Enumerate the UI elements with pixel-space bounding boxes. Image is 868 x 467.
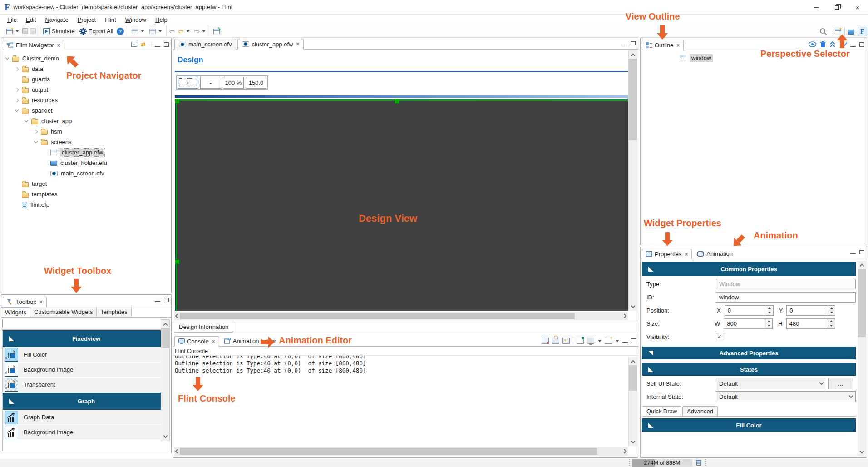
close-window-button[interactable]: × [847, 0, 868, 15]
new-wizard-dropdown[interactable] [15, 30, 19, 32]
zoom-in-button[interactable]: + [178, 77, 198, 89]
collapse-all-icon[interactable] [829, 41, 836, 47]
position-y-field[interactable]: 0 [786, 305, 828, 316]
back-history-icon[interactable]: ⇦ [169, 28, 175, 35]
menu-project[interactable]: Project [73, 15, 100, 24]
expander-open-icon[interactable] [15, 108, 19, 112]
section-states[interactable]: States [642, 363, 856, 376]
menu-navigate[interactable]: Navigate [40, 15, 73, 24]
widget-item[interactable]: Graph Data [3, 410, 170, 425]
editor-horizontal-scrollbar[interactable] [174, 312, 628, 320]
maximize-editor-icon[interactable] [631, 41, 636, 45]
scroll-down-icon[interactable] [161, 432, 169, 441]
export-all-button[interactable]: Export All [78, 27, 115, 35]
tree-item[interactable]: cluster_holder.efu [1, 158, 171, 168]
scrollbar-thumb[interactable] [161, 328, 169, 348]
zoom-level-value[interactable]: 150.0 [246, 77, 266, 89]
scroll-down-icon[interactable] [629, 438, 637, 446]
back-button[interactable]: ⇦ [177, 27, 191, 35]
menu-help[interactable]: Help [151, 15, 172, 24]
toolbox-scrollbar[interactable] [161, 319, 170, 441]
size-w-stepper[interactable] [765, 318, 773, 329]
expander-open-icon[interactable] [34, 139, 38, 143]
tree-item[interactable]: target [1, 179, 171, 189]
id-field[interactable]: window [716, 292, 856, 303]
close-tab-icon[interactable]: × [685, 251, 688, 258]
position-x-field[interactable]: 0 [725, 305, 766, 316]
close-tab-icon[interactable]: × [212, 338, 215, 345]
clear-console-icon[interactable] [542, 338, 549, 344]
view-menu-icon[interactable]: ⋮ [149, 44, 151, 45]
word-wrap-icon[interactable] [562, 338, 570, 344]
other-perspective-button[interactable] [848, 28, 855, 35]
editor-tab-main_screen.efv[interactable]: main_screen.efv [174, 39, 236, 50]
design-canvas[interactable] [175, 99, 628, 311]
maximize-view-icon[interactable] [859, 42, 864, 47]
selection-handle-topleft[interactable] [175, 99, 180, 104]
expander-closed-icon[interactable] [15, 98, 19, 102]
scroll-up-icon[interactable] [629, 50, 637, 59]
scrollbar-thumb[interactable] [858, 269, 866, 337]
tree-item[interactable]: templates [1, 189, 171, 199]
tree-item[interactable]: hsm [1, 126, 171, 137]
scroll-lock-icon[interactable] [552, 338, 559, 344]
menu-edit[interactable]: Edit [21, 15, 40, 24]
tab-advanced[interactable]: Advanced [682, 406, 718, 416]
display-console-icon[interactable] [587, 338, 594, 344]
run-garbage-collector-icon[interactable] [696, 459, 701, 466]
minimize-view-icon[interactable] [155, 298, 160, 302]
scroll-right-icon[interactable] [622, 314, 627, 318]
minimize-view-icon[interactable] [850, 42, 856, 47]
save-all-icon[interactable] [30, 28, 36, 34]
tree-item[interactable]: flint.efp [1, 199, 171, 210]
expander-open-icon[interactable] [25, 119, 28, 122]
console-vertical-scrollbar[interactable] [628, 357, 637, 446]
forward-button[interactable]: ⇨ [193, 27, 207, 35]
scroll-down-icon[interactable] [858, 448, 866, 456]
expander-closed-icon[interactable] [15, 88, 19, 91]
maximize-view-icon[interactable] [164, 298, 169, 302]
tree-item[interactable]: cluster_app.efw [1, 147, 171, 158]
widget-item[interactable]: yxTransparent [3, 378, 170, 392]
close-tab-icon[interactable]: × [296, 41, 299, 47]
widget-item[interactable]: yxBackground Image [3, 363, 170, 378]
toolbox-search-input[interactable] [2, 319, 169, 328]
expander-closed-icon[interactable] [15, 67, 19, 70]
size-h-field[interactable]: 480 [786, 318, 828, 329]
tree-item[interactable]: cluster_app [1, 116, 171, 126]
menu-window[interactable]: Window [121, 15, 151, 24]
self-ui-state-more-button[interactable]: ... [828, 378, 853, 389]
tree-item[interactable]: output [1, 84, 171, 95]
expander-open-icon[interactable] [5, 56, 9, 60]
properties-scrollbar[interactable] [858, 261, 866, 456]
pin-console-icon[interactable] [577, 338, 584, 344]
editor-vertical-scrollbar[interactable] [628, 50, 637, 311]
tab-animation[interactable]: Animation [693, 248, 736, 259]
show-hide-icon[interactable] [809, 41, 816, 47]
expander-closed-icon[interactable] [34, 129, 38, 133]
maximize-view-icon[interactable] [859, 250, 864, 254]
console-output[interactable]: Outline selection is Type:40 at (0,0) of… [173, 356, 638, 445]
toolbox-section-graph[interactable]: Graph [3, 393, 170, 410]
tool-dropdown-button-1[interactable] [130, 27, 146, 35]
open-console-icon[interactable] [605, 338, 612, 344]
maximize-view-icon[interactable] [164, 42, 169, 47]
scroll-left-icon[interactable] [175, 314, 180, 318]
scroll-right-icon[interactable] [622, 449, 627, 454]
scroll-left-icon[interactable] [175, 449, 180, 454]
scrollbar-thumb[interactable] [629, 365, 637, 391]
save-icon[interactable] [22, 28, 28, 34]
tree-item[interactable]: Cluster_demo [1, 53, 171, 64]
collapse-all-icon[interactable]: − [131, 42, 137, 47]
toolbox-section-fixedview[interactable]: Fixedview [3, 330, 170, 347]
open-console-dropdown[interactable] [616, 340, 619, 342]
minimize-view-icon[interactable] [155, 42, 160, 47]
maximize-view-icon[interactable] [631, 338, 636, 343]
minimize-view-icon[interactable] [850, 250, 856, 254]
section-fill-color[interactable]: Fill Color [642, 418, 856, 432]
tree-item[interactable]: main_screen.efv [1, 168, 171, 179]
internal-state-select[interactable]: Default [716, 391, 856, 402]
tab-toolbox[interactable]: Toolbox × [3, 297, 47, 307]
size-w-field[interactable]: 800 [724, 318, 765, 329]
tab-console[interactable]: Console× [174, 336, 219, 347]
